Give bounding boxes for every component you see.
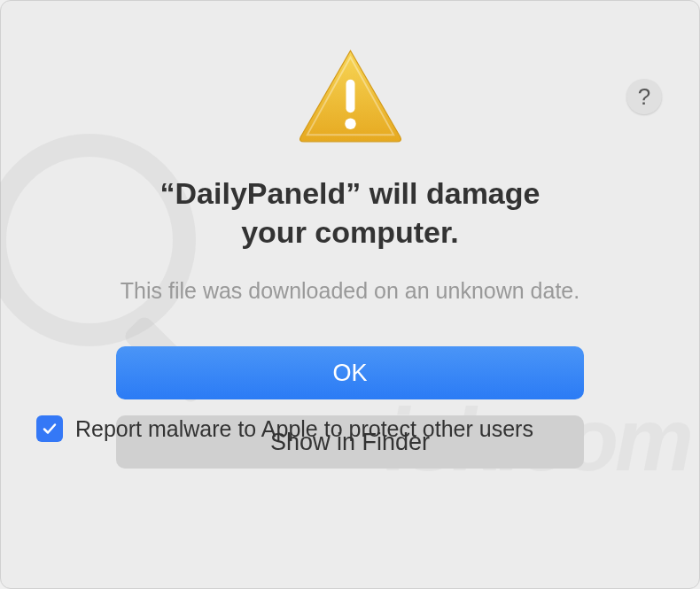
- report-malware-label: Report malware to Apple to protect other…: [75, 416, 533, 442]
- report-malware-row: Report malware to Apple to protect other…: [36, 415, 533, 442]
- dialog-subtitle: This file was downloaded on an unknown d…: [1, 278, 699, 304]
- svg-point-1: [345, 119, 356, 130]
- dialog-title-line2: your computer.: [54, 213, 646, 252]
- help-button[interactable]: ?: [626, 79, 662, 114]
- warning-icon: [295, 45, 406, 147]
- report-malware-checkbox[interactable]: [36, 415, 63, 442]
- dialog-title-line1: “DailyPaneld” will damage: [54, 174, 646, 213]
- ok-button[interactable]: OK: [116, 346, 584, 399]
- dialog-title: “DailyPaneld” will damage your computer.: [1, 174, 699, 252]
- alert-dialog: isk.com ? “DailyPaneld” will damage your…: [0, 0, 700, 589]
- help-icon: ?: [638, 83, 650, 111]
- button-group: OK Show in Finder: [1, 346, 699, 469]
- checkmark-icon: [41, 420, 58, 438]
- svg-rect-0: [346, 80, 354, 113]
